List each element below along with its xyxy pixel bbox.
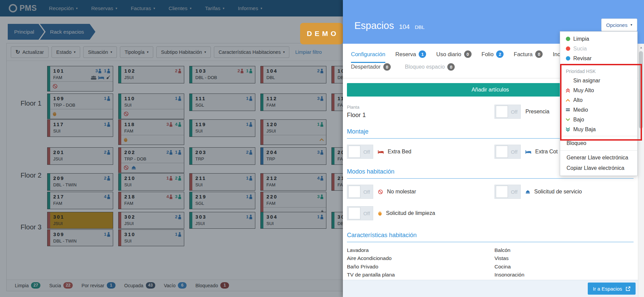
toggle-row-solicitud-de-limpieza: OffSolicitud de limpieza [347, 206, 494, 220]
menu-header-prioridad-hsk: Prioridad HSK [560, 67, 637, 76]
toggle-state: Off [360, 211, 373, 216]
options-button[interactable]: Opciones ▾ [601, 18, 637, 31]
menu-item-label: Sin asignar [573, 78, 600, 84]
tab-count-badge: 1 [419, 50, 426, 58]
menu-item-revisar[interactable]: Revisar [560, 53, 637, 63]
panel-footer: Ir a Espacios [343, 280, 644, 297]
hand-icon [378, 211, 382, 216]
panel-scrollbar[interactable]: ▲ [638, 44, 644, 297]
toggle-label: Extra Cot [525, 149, 558, 155]
scrollbar-up-arrow[interactable]: ▲ [638, 46, 644, 49]
external-link-icon [625, 286, 631, 291]
toggle-solicitud-de-limpieza[interactable]: Off [347, 206, 373, 220]
toggle-knob [348, 207, 360, 219]
tab-despertador[interactable]: Despertador0 [351, 63, 391, 71]
tab-configuracion[interactable]: Configuración [351, 44, 385, 63]
menu-item-label: Bloqueo [567, 140, 586, 146]
panel-room-type: DBL [415, 24, 424, 30]
tab-count-badge: 0 [464, 50, 472, 58]
menu-item-label: Bajo [573, 117, 584, 123]
menu-item-label: Sucia [573, 46, 587, 52]
menu-item-label: Medio [573, 107, 588, 113]
tab-label: Folio [482, 51, 494, 58]
menu-item-medio[interactable]: Medio [560, 105, 637, 115]
tab-count-badge: 2 [496, 50, 504, 58]
toggle-knob [496, 146, 508, 158]
tab-reserva[interactable]: Reserva1 [395, 44, 426, 63]
status-dot [566, 46, 570, 51]
panel-title: Espacios 104 DBL [354, 20, 425, 31]
subtab-label: Despertador [351, 64, 381, 70]
menu-item-label: Limpia [573, 36, 589, 42]
menu-item-label: Copiar Llave electrónica [567, 165, 624, 171]
tab-label: Uso diario [436, 51, 461, 58]
menu-item-bloqueo[interactable]: Bloqueo [560, 138, 637, 149]
go-to-espacios-button[interactable]: Ir a Espacios [588, 283, 636, 295]
section-rule [347, 178, 634, 179]
priority-medio-icon [566, 108, 573, 111]
presencia-label: Presencia [525, 109, 549, 115]
caracteristica-item-insonoracion: Insonoración [494, 271, 634, 279]
section-rule [347, 242, 634, 242]
toggle-state: Off [508, 189, 520, 195]
tab-count: 0 [466, 52, 469, 57]
scrollbar-thumb[interactable] [639, 51, 643, 128]
tab-count: 2 [499, 52, 501, 57]
caracteristica-item-cocina: Cocina [494, 263, 634, 271]
menu-item-muy-baja[interactable]: Muy Baja [560, 124, 637, 134]
toggle-solicitud-de-servicio[interactable]: Off [494, 185, 521, 199]
menu-item-sin-asignar[interactable]: Sin asignar [560, 76, 637, 85]
no-entry-icon [378, 189, 383, 194]
section-modos: Modos habitación OffNo molestarOffSolici… [347, 168, 634, 220]
priority-alto-icon [566, 99, 573, 102]
menu-item-bajo[interactable]: Bajo [560, 115, 637, 124]
menu-item-label: Revisar [573, 55, 591, 62]
toggle-state: Off [360, 189, 373, 195]
menu-item-label: Alto [573, 97, 583, 103]
toggle-row-no-molestar: OffNo molestar [347, 185, 494, 199]
menu-item-generar-llave-electronica[interactable]: Generar Llave electrónica [560, 152, 637, 163]
toggle-no-molestar[interactable]: Off [347, 185, 373, 199]
modal-backdrop[interactable] [0, 0, 343, 297]
tab-label: Factura [514, 51, 533, 58]
toggle-knob [348, 186, 360, 198]
bell-icon [525, 190, 530, 194]
toggle-extra-cot[interactable]: Off [494, 145, 521, 159]
presencia-toggle[interactable]: Off [494, 105, 521, 119]
menu-divider [560, 136, 637, 136]
planta-label: Planta [347, 105, 494, 110]
subtab-label: Bloqueo espacio [405, 64, 445, 70]
menu-item-limpia[interactable]: Limpia [560, 34, 637, 44]
status-dot [566, 37, 570, 41]
caracteristica-item-tv-de-pantalla-plana: TV de pantalla plana [347, 271, 494, 279]
planta-value: Floor 1 [347, 112, 494, 119]
tab-bloqueo-espacio[interactable]: Bloqueo espacio0 [405, 63, 455, 71]
bed-icon [378, 150, 384, 154]
screen: PMS Recepción▾Reservas▾Facturas▾Clientes… [0, 0, 644, 297]
tab-folio[interactable]: Folio2 [482, 44, 504, 63]
demo-badge: DEMO [300, 23, 343, 44]
caracteristica-item-aire-acondicionado: Aire Acondicionado [347, 254, 494, 262]
tab-label: Reserva [395, 51, 416, 58]
tab-count-badge: 0 [383, 63, 391, 71]
menu-item-sucia: Sucia [560, 44, 637, 53]
status-dot-icon [566, 46, 573, 51]
priority-bajo-icon [566, 118, 573, 121]
priority-muy-alto-icon [566, 88, 573, 92]
toggle-label-text: Solicitud de limpieza [386, 210, 435, 216]
caracteristica-item-vistas: Vistas [494, 254, 634, 262]
toggle-knob [348, 146, 360, 158]
toggle-knob [496, 106, 508, 118]
toggle-extra-bed[interactable]: Off [347, 145, 373, 159]
status-dot [566, 56, 570, 61]
tab-count-badge: 0 [535, 50, 543, 58]
tab-factura[interactable]: Factura0 [514, 44, 543, 63]
menu-item-alto[interactable]: Alto [560, 95, 637, 105]
chevron-down-icon: ▾ [631, 23, 632, 27]
menu-item-muy-alto[interactable]: Muy Alto [560, 85, 637, 95]
menu-item-copiar-llave-electronica[interactable]: Copiar Llave electrónica [560, 163, 637, 173]
menu-item-label: Muy Baja [573, 126, 596, 133]
tab-uso-diario[interactable]: Uso diario0 [436, 44, 471, 63]
options-menu: LimpiaSuciaRevisarPrioridad HSKSin asign… [560, 31, 638, 176]
caracteristica-item-balcon: Balcón [494, 246, 634, 254]
